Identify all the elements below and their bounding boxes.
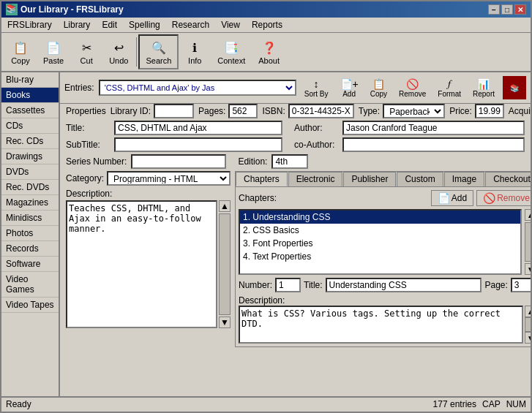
title-label: Title: [66, 123, 110, 133]
tab-custom[interactable]: Custom [397, 172, 443, 186]
toolbar-btn-about[interactable]: ❓About [252, 35, 286, 69]
author-input[interactable] [342, 121, 525, 135]
pages-input[interactable] [228, 104, 258, 118]
chapters-list[interactable]: 1. Understanding CSS2. CSS Basics3. Font… [239, 209, 522, 275]
undo-icon: ↩ [110, 39, 127, 56]
copy-entry-button[interactable]: 📋 Copy [367, 76, 391, 100]
description-textarea[interactable] [66, 200, 217, 328]
toolbar-btn-undo[interactable]: ↩Undo [102, 35, 135, 69]
report-button[interactable]: 📊 Report [469, 76, 498, 100]
scroll-up-btn[interactable]: ▲ [219, 200, 231, 212]
tab-publisher[interactable]: Publisher [343, 172, 396, 186]
format-icon: 𝑓 [448, 77, 451, 90]
sidebar-item-minidiscs[interactable]: Minidiscs [1, 211, 59, 226]
status-text: Ready [6, 399, 31, 409]
list-item[interactable]: 2. CSS Basics [240, 224, 520, 237]
chapters-toolbar: Chapters: 📄 Add 🚫 Remove [239, 190, 531, 206]
sidebar-item-software[interactable]: Software [1, 257, 59, 272]
acquired-label: Acquired: [509, 106, 531, 116]
left-panel: Category: Programming - HTML Programming… [66, 171, 231, 347]
library-id-input[interactable] [154, 104, 194, 118]
menu-item-spelling[interactable]: Spelling [123, 18, 166, 31]
remove-chapter-button[interactable]: 🚫 Remove [476, 190, 531, 206]
sidebar-item-books[interactable]: Books [1, 88, 59, 103]
tab-electronic[interactable]: Electronic [288, 172, 343, 186]
entries-dropdown[interactable]: 'CSS, DHTML and Ajax' by Jas [99, 80, 296, 96]
app-icon: 📚 [6, 4, 18, 15]
chapter-number-input[interactable] [275, 278, 301, 292]
entries-count: 177 entries [433, 399, 476, 409]
toolbar-label-search: Search [146, 56, 171, 65]
remove-entry-button[interactable]: 🚫 Remove [395, 76, 430, 100]
sidebar-item-videotapes[interactable]: Video Tapes [1, 298, 59, 313]
minimize-button[interactable]: − [488, 4, 500, 15]
scroll-down-btn[interactable]: ▼ [219, 317, 231, 328]
close-button[interactable]: ✕ [514, 4, 526, 15]
sidebar-item-bluray[interactable]: Blu-ray [1, 72, 59, 88]
type-select[interactable]: Paperback Hardcover eBook [383, 104, 445, 118]
tab-chapters[interactable]: Chapters [236, 172, 288, 186]
menu-item-reports[interactable]: Reports [246, 18, 288, 31]
add-chapter-button[interactable]: 📄 Add [431, 190, 473, 206]
copy-icon: 📋 [12, 39, 29, 56]
sidebar-item-cassettes[interactable]: Cassettes [1, 103, 59, 118]
chapters-content: Chapters: 📄 Add 🚫 Remove [236, 187, 531, 346]
toolbar-btn-context[interactable]: 📑Context [211, 35, 252, 69]
category-select[interactable]: Programming - HTML Programming - CSS Web… [107, 171, 231, 186]
sidebar-item-drawings[interactable]: Drawings [1, 149, 59, 164]
coauthor-input[interactable] [342, 137, 525, 152]
properties-label: Properties [66, 106, 106, 116]
chapters-scroll-down[interactable]: ▼ [525, 263, 531, 275]
chapter-page-input[interactable] [511, 278, 531, 292]
toolbar-btn-paste[interactable]: 📄Paste [37, 35, 70, 69]
sidebar-item-recdvds[interactable]: Rec. DVDs [1, 180, 59, 195]
subtitle-input[interactable] [114, 137, 282, 152]
add-entry-button[interactable]: 📄+ Add [337, 76, 362, 100]
sidebar-item-photos[interactable]: Photos [1, 226, 59, 241]
subtitle-label: SubTitle: [66, 140, 110, 150]
toolbar-btn-search[interactable]: 🔍Search [138, 34, 179, 69]
sidebar-item-cds[interactable]: CDs [1, 118, 59, 134]
maximize-button[interactable]: □ [501, 4, 513, 15]
menu-item-edit[interactable]: Edit [96, 18, 123, 31]
toolbar-btn-info[interactable]: ℹInfo [179, 35, 211, 69]
menu-item-view[interactable]: View [215, 18, 246, 31]
chapter-description-textarea[interactable] [239, 306, 523, 344]
title-input[interactable] [114, 121, 282, 135]
chapter-desc-scroll-up[interactable]: ▲ [525, 306, 531, 317]
window-title: Our Library - FRSLibrary [20, 4, 124, 15]
toolbar-label-paste: Paste [43, 56, 64, 65]
series-input[interactable] [131, 154, 226, 169]
list-item[interactable]: 4. Text Properties [240, 250, 520, 263]
paste-icon: 📄 [45, 39, 62, 56]
edition-input[interactable] [271, 154, 308, 169]
list-item[interactable]: 1. Understanding CSS [240, 211, 520, 224]
cut-icon: ✂ [78, 39, 95, 56]
chapter-desc-scrollbar: ▲ ▼ [525, 306, 531, 344]
toolbar-label-copy: Copy [11, 56, 30, 65]
desc-scrollbar: ▲ ▼ [219, 200, 231, 328]
tab-image[interactable]: Image [444, 172, 484, 186]
toolbar-separator [136, 37, 137, 67]
toolbar-btn-copy[interactable]: 📋Copy [4, 35, 37, 69]
menu-item-library[interactable]: Library [58, 18, 97, 31]
sidebar-item-dvds[interactable]: DVDs [1, 164, 59, 180]
format-button[interactable]: 𝑓 Format [434, 75, 465, 100]
sidebar-item-videogames[interactable]: Video Games [1, 272, 59, 298]
menu-item-frslibrary[interactable]: FRSLibrary [1, 18, 58, 31]
isbn-input[interactable] [288, 104, 354, 118]
sidebar-item-magazines[interactable]: Magazines [1, 195, 59, 211]
sort-by-button[interactable]: ↕ Sort By [301, 76, 332, 100]
price-input[interactable] [475, 104, 504, 118]
chapter-desc-scroll-down[interactable]: ▼ [525, 332, 531, 344]
tab-checkout[interactable]: Checkout [485, 172, 531, 186]
chapter-title-input[interactable] [326, 278, 482, 292]
menu-item-research[interactable]: Research [166, 18, 215, 31]
sidebar-item-records[interactable]: Records [1, 241, 59, 257]
context-icon: 📑 [222, 39, 240, 56]
chapters-scroll-up[interactable]: ▲ [525, 209, 531, 221]
toolbar-btn-cut[interactable]: ✂Cut [70, 35, 102, 69]
sidebar-item-reccds[interactable]: Rec. CDs [1, 134, 59, 149]
list-item[interactable]: 3. Font Properties [240, 237, 520, 250]
title-bar: 📚 Our Library - FRSLibrary − □ ✕ [1, 1, 531, 18]
